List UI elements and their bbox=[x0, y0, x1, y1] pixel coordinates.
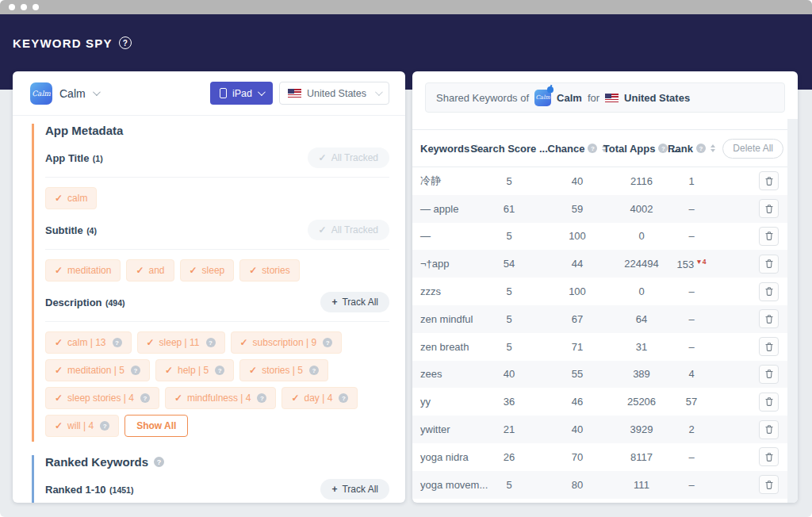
track-all-button[interactable]: + Track All bbox=[320, 479, 389, 500]
table-row: ywitter 21 40 3929 2 bbox=[412, 416, 798, 443]
divider bbox=[45, 249, 389, 250]
keyword-cell: 冷静 bbox=[420, 174, 476, 188]
show-all-button[interactable]: Show All bbox=[124, 415, 188, 437]
keyword-tag[interactable]: ✓ meditation bbox=[45, 259, 121, 281]
chance-cell: 40 bbox=[542, 423, 612, 435]
delete-row-button[interactable] bbox=[759, 309, 779, 328]
delete-row-button[interactable] bbox=[759, 447, 779, 466]
delete-row-button[interactable] bbox=[759, 475, 779, 494]
info-icon[interactable]: ? bbox=[131, 366, 140, 375]
table-row: — 5 100 0 – bbox=[412, 223, 798, 251]
column-header-search-score[interactable]: Search Score ... bbox=[476, 143, 542, 155]
search-score-cell: 5 bbox=[476, 175, 542, 187]
chance-cell: 67 bbox=[542, 313, 612, 325]
country-selector-label: United States bbox=[307, 88, 366, 99]
delete-row-button[interactable] bbox=[759, 171, 779, 190]
info-icon[interactable]: ? bbox=[206, 338, 216, 347]
app-metadata-section: App Metadata App Title (1) ✓ All Tracked bbox=[32, 124, 389, 442]
delete-row-button[interactable] bbox=[759, 227, 779, 246]
keyword-tag[interactable]: ✓ sleep stories | 4 ? bbox=[45, 387, 159, 409]
browser-chrome-bar bbox=[0, 0, 812, 14]
keyword-cell: zzzs bbox=[420, 285, 476, 297]
chance-cell: 71 bbox=[542, 341, 612, 353]
divider bbox=[45, 321, 389, 322]
keyword-tag[interactable]: ✓ sleep bbox=[180, 259, 235, 281]
track-all-button[interactable]: + Track All bbox=[320, 292, 389, 312]
check-icon: ✓ bbox=[291, 393, 299, 404]
delete-row-button[interactable] bbox=[759, 199, 779, 218]
keyword-tag[interactable]: ✓ subscription | 9 ? bbox=[231, 331, 343, 354]
info-icon[interactable]: ? bbox=[113, 338, 122, 347]
chance-cell: 70 bbox=[542, 451, 612, 463]
info-icon[interactable]: ? bbox=[215, 366, 224, 375]
keyword-tag[interactable]: ✓ mindfulness | 4 ? bbox=[165, 387, 277, 409]
info-icon[interactable]: ? bbox=[100, 421, 109, 431]
all-tracked-button[interactable]: ✓ All Tracked bbox=[308, 220, 389, 240]
table-row: yoga movem... 5 80 111 – bbox=[412, 471, 798, 499]
table-body: 冷静 5 40 2116 1 bbox=[412, 167, 798, 499]
window-dot-icon[interactable] bbox=[9, 4, 15, 10]
trash-icon bbox=[764, 231, 774, 241]
delete-all-button[interactable]: Delete All bbox=[722, 139, 783, 159]
keyword-tag[interactable]: ✓ stories bbox=[239, 259, 299, 281]
total-apps-cell: 8117 bbox=[612, 451, 671, 463]
country-selector[interactable]: United States bbox=[279, 82, 389, 105]
chevron-down-icon bbox=[93, 88, 101, 96]
delete-row-button[interactable] bbox=[759, 420, 779, 439]
us-flag-icon bbox=[288, 89, 301, 98]
check-icon: ✓ bbox=[174, 393, 182, 404]
column-header-total-apps[interactable]: Total Apps ?... bbox=[612, 143, 671, 155]
keyword-tag[interactable]: ✓ and bbox=[126, 259, 174, 281]
info-icon[interactable]: ? bbox=[154, 457, 164, 467]
keyword-tag[interactable]: ✓ stories | 5 ? bbox=[239, 359, 328, 381]
rank-cell: – bbox=[671, 285, 712, 297]
shared-keywords-panel: Shared Keywords of Calm Calm for United … bbox=[412, 71, 798, 503]
table-row: 冷静 5 40 2116 1 bbox=[412, 167, 798, 195]
apple-badge-icon bbox=[547, 86, 553, 93]
total-apps-cell: 3929 bbox=[612, 423, 671, 435]
scrollbar-track[interactable] bbox=[787, 119, 798, 503]
info-icon[interactable]: ? bbox=[323, 338, 332, 347]
column-header-rank[interactable]: Rank ? bbox=[671, 143, 712, 155]
keyword-tag[interactable]: ✓ sleep | 11 ? bbox=[137, 331, 225, 354]
column-header-keywords[interactable]: Keywords bbox=[420, 143, 476, 155]
delete-row-button[interactable] bbox=[759, 255, 779, 274]
search-score-cell: 36 bbox=[476, 396, 542, 408]
keyword-tag[interactable]: ✓ meditation | 5 ? bbox=[45, 359, 150, 381]
delete-row-button[interactable] bbox=[759, 282, 779, 301]
info-icon[interactable]: ? bbox=[257, 393, 266, 403]
keyword-tag[interactable]: ✓ calm | 13 ? bbox=[45, 331, 132, 354]
table-row: ¬†app 54 44 224494 153▼4 bbox=[412, 250, 798, 278]
delete-row-button[interactable] bbox=[759, 393, 779, 412]
keyword-tag[interactable]: ✓ day | 4 ? bbox=[282, 387, 358, 409]
window-dot-icon[interactable] bbox=[21, 4, 27, 10]
keyword-cell: yoga movem... bbox=[420, 479, 476, 491]
window-dot-icon[interactable] bbox=[33, 4, 39, 10]
keyword-cell: — apple bbox=[420, 203, 476, 215]
check-icon: ✓ bbox=[55, 393, 63, 404]
search-score-cell: 5 bbox=[476, 341, 542, 353]
info-icon[interactable]: ? bbox=[588, 144, 597, 153]
chevron-down-icon bbox=[258, 88, 266, 96]
delete-row-button[interactable] bbox=[759, 365, 779, 384]
delete-row-button[interactable] bbox=[759, 337, 779, 356]
rank-cell: – bbox=[671, 230, 712, 242]
check-icon: ✓ bbox=[240, 337, 248, 348]
column-header-chance[interactable]: Chance ? bbox=[542, 143, 612, 155]
keyword-tag[interactable]: ✓ help | 5 ? bbox=[155, 359, 234, 381]
app-selector[interactable]: Calm Calm bbox=[30, 82, 98, 105]
check-icon: ✓ bbox=[55, 265, 63, 276]
keyword-tag[interactable]: ✓ will | 4 ? bbox=[45, 415, 119, 437]
info-icon[interactable]: ? bbox=[309, 366, 319, 375]
info-icon[interactable]: ? bbox=[140, 393, 150, 403]
all-tracked-button[interactable]: ✓ All Tracked bbox=[308, 147, 389, 168]
info-icon[interactable]: ? bbox=[339, 393, 348, 403]
info-icon[interactable]: ? bbox=[658, 144, 668, 153]
help-icon[interactable]: ? bbox=[119, 36, 132, 49]
device-selector[interactable]: iPad bbox=[210, 82, 273, 105]
info-icon[interactable]: ? bbox=[696, 144, 706, 153]
us-flag-icon bbox=[605, 94, 619, 102]
table-row: yoga nidra 26 70 8117 – bbox=[412, 443, 798, 471]
keyword-cell: zees bbox=[420, 368, 476, 380]
keyword-tag[interactable]: ✓ calm bbox=[45, 187, 97, 209]
